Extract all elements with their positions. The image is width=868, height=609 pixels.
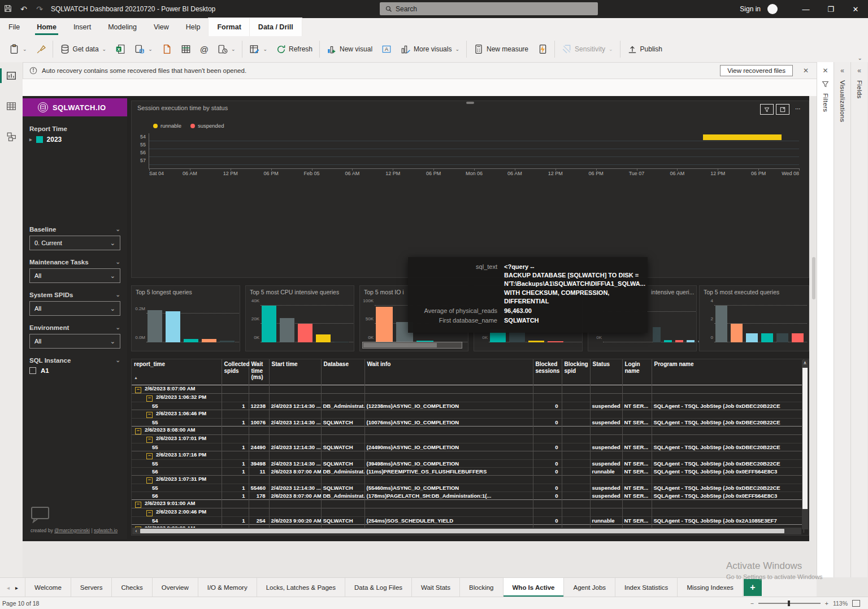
bar[interactable] [548, 341, 563, 342]
bar[interactable] [202, 339, 216, 342]
sql-instance-item[interactable]: A1 [29, 367, 120, 374]
bar[interactable] [220, 341, 235, 342]
bar[interactable] [664, 340, 672, 343]
report-view-button[interactable] [0, 66, 23, 86]
table-group-row[interactable]: −2/6/2023 9:01:00 AM [132, 500, 804, 508]
table-group-row[interactable]: −2/6/2023 8:08:00 AM [132, 427, 804, 435]
table-vertical-scrollbar[interactable]: ∧ [802, 360, 808, 529]
table-group-row[interactable]: −2/6/2023 1:07:01 PM [132, 435, 804, 443]
view-recovered-files-button[interactable]: View recovered files [720, 65, 793, 76]
slicer-dropdown-system-spids[interactable]: All⌄ [29, 301, 120, 316]
page-tab-who-is-active[interactable]: Who Is Active [504, 578, 565, 597]
collapse-group-icon[interactable]: − [146, 412, 153, 418]
more-visuals-button[interactable]: More visuals⌄ [396, 39, 464, 59]
visualizations-pane-collapsed[interactable]: « Visualizations [834, 62, 850, 577]
report-time-checkbox[interactable] [36, 136, 43, 143]
collapse-group-icon[interactable]: − [135, 502, 141, 508]
bar[interactable] [792, 333, 804, 342]
chart-top5-longest-queries[interactable]: Top 5 longest queries0.0M0.2M [131, 285, 240, 351]
collapse-chevron-icon[interactable]: ⌄ [116, 292, 120, 298]
refresh-button[interactable]: Refresh [272, 39, 317, 59]
collapse-group-icon[interactable]: − [146, 453, 153, 459]
bar[interactable] [761, 333, 773, 342]
enter-data-button[interactable] [176, 39, 196, 59]
close-button[interactable]: ✕ [843, 0, 868, 18]
bar[interactable] [776, 333, 788, 342]
collapse-group-icon[interactable]: − [135, 387, 141, 393]
slicer-dropdown-environment[interactable]: All⌄ [29, 334, 120, 349]
table-group-row[interactable]: −2/6/2023 2:00:46 PM [132, 508, 804, 517]
menu-tab-format[interactable]: Format [209, 18, 249, 36]
bar[interactable] [316, 334, 331, 342]
menu-tab-home[interactable]: Home [28, 18, 65, 36]
report-time-item[interactable]: ▸ 2023 [29, 136, 127, 143]
page-tab-welcome[interactable]: Welcome [25, 578, 71, 597]
expand-caret-icon[interactable]: ▸ [29, 137, 32, 142]
column-header-report-time[interactable]: report_time▲ [132, 359, 222, 385]
bar[interactable] [147, 310, 162, 342]
column-header-collected-spids[interactable]: Collected spids [222, 359, 249, 385]
scroll-up-icon[interactable]: ∧ [802, 360, 808, 366]
new-visual-button[interactable]: New visual [322, 39, 377, 59]
redo-icon[interactable]: ↷ [32, 5, 47, 14]
bar[interactable] [746, 333, 758, 342]
runnable-session-bar[interactable] [703, 134, 782, 140]
transform-data-button[interactable]: ⌄ [245, 39, 272, 59]
visual-filter-icon[interactable] [760, 104, 774, 115]
page-tab-agent-jobs[interactable]: Agent Jobs [564, 578, 615, 597]
sign-in-button[interactable]: Sign in [740, 5, 761, 13]
dataverse-button[interactable] [157, 39, 176, 59]
focus-mode-icon[interactable] [776, 104, 789, 115]
chart-scrollbar[interactable] [362, 342, 462, 349]
session-execution-chart[interactable]: Session execution time by status ⋯ runna… [131, 101, 809, 278]
data-hub-button[interactable]: ⌄ [130, 39, 157, 59]
save-icon[interactable] [0, 5, 16, 14]
collapse-chevron-icon[interactable]: ⌄ [116, 226, 120, 233]
author-link[interactable]: @marcingminski [54, 528, 90, 533]
bar[interactable] [715, 306, 727, 342]
page-tab-wait-stats[interactable]: Wait Stats [412, 578, 460, 597]
column-header-wait-info[interactable]: Wait info [364, 359, 533, 385]
chart-top5-cpu-queries[interactable]: Top 5 most CPU intensive queries0K20K40K [245, 285, 354, 351]
chart-top5-executed-queries[interactable]: Top 5 most executed queries024 [699, 285, 809, 351]
collapse-group-icon[interactable]: − [146, 477, 153, 484]
table-horizontal-scrollbar[interactable]: ‹ [132, 528, 801, 534]
text-box-button[interactable]: A [377, 39, 396, 59]
collapse-chevron-icon[interactable]: ⌄ [116, 324, 120, 331]
column-header-wait-time-ms[interactable]: Wait time (ms) [249, 359, 269, 385]
dataverse-at-button[interactable]: @ [196, 39, 213, 59]
publish-button[interactable]: Publish [623, 39, 667, 59]
filters-close-icon[interactable]: ✕ [822, 67, 828, 75]
page-tab-blocking[interactable]: Blocking [460, 578, 503, 597]
table-group-row[interactable]: −2/6/2023 1:07:16 PM [132, 451, 804, 460]
collapse-group-icon[interactable]: − [146, 437, 153, 443]
new-page-button[interactable]: + [744, 579, 762, 596]
column-header-status[interactable]: Status [590, 359, 622, 385]
bar[interactable] [731, 324, 743, 342]
zoom-slider[interactable] [758, 603, 821, 604]
bar[interactable] [675, 340, 683, 342]
scroll-left-icon[interactable]: ‹ [132, 528, 140, 534]
canvas-scrollbar[interactable] [812, 257, 815, 299]
format-painter-button[interactable] [32, 39, 50, 59]
bar[interactable] [298, 324, 313, 342]
page-tab-locks-latches-pages[interactable]: Locks, Latches & Pages [257, 578, 345, 597]
bar[interactable] [687, 340, 695, 342]
restore-button[interactable]: ❐ [818, 0, 843, 18]
bar[interactable] [376, 307, 393, 342]
menu-tab-modeling[interactable]: Modeling [99, 18, 145, 36]
visualizations-expand-icon[interactable]: « [840, 67, 844, 75]
page-tab-checks[interactable]: Checks [112, 578, 152, 597]
table-group-row[interactable]: −2/6/2023 8:07:00 AM [132, 385, 804, 394]
search-input[interactable]: Search [380, 2, 598, 15]
column-header-blocking-spid[interactable]: Blocking spid [562, 359, 590, 385]
slicer-dropdown-baseline[interactable]: 0. Current⌄ [29, 236, 120, 250]
fit-to-page-icon[interactable] [852, 600, 860, 607]
table-group-row[interactable]: −2/6/2023 1:06:46 PM [132, 410, 804, 419]
data-view-button[interactable] [0, 96, 23, 116]
bar[interactable] [166, 311, 180, 342]
collapse-ribbon-icon[interactable]: ⌄ [858, 55, 862, 61]
who-is-active-table[interactable]: report_time▲Collected spidsWait time (ms… [131, 359, 809, 536]
slicer-dropdown-maintenance-tasks[interactable]: All⌄ [29, 268, 120, 283]
column-header-blocked-sessions[interactable]: Blocked sessions [533, 359, 562, 385]
